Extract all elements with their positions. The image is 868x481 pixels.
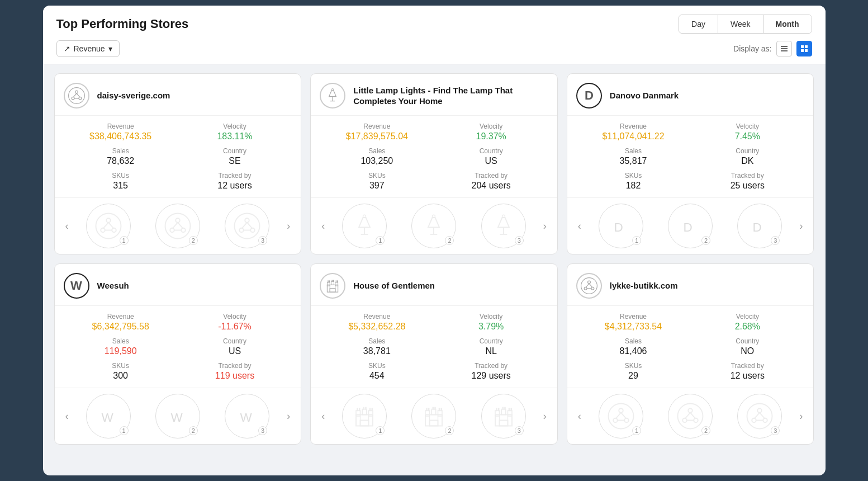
store-logo — [64, 83, 89, 109]
carousel-next-arrow[interactable]: › — [283, 220, 294, 232]
carousel-prev-arrow[interactable]: ‹ — [317, 411, 329, 422]
svg-point-111 — [584, 287, 587, 290]
carousel-prev-arrow[interactable]: ‹ — [574, 411, 585, 422]
svg-rect-0 — [781, 46, 788, 47]
carousel-prev-arrow[interactable]: ‹ — [61, 220, 73, 232]
svg-rect-102 — [508, 408, 510, 411]
carousel-item-3: W 3 — [225, 394, 269, 438]
svg-text:D: D — [614, 220, 623, 234]
revenue-stat: Revenue $11,074,041.22 — [576, 122, 690, 142]
svg-point-17 — [112, 228, 116, 233]
velocity-stat: Velocity 3.79% — [434, 313, 548, 332]
metric-dropdown[interactable]: ↗ Revenue ▾ — [56, 40, 120, 57]
store-logo — [576, 273, 602, 299]
carousel-next-arrow[interactable]: › — [795, 411, 807, 422]
skus-stat: SKUs 397 — [320, 172, 434, 191]
store-stats: Revenue $6,342,795.58 Velocity -11.67% S… — [55, 306, 301, 388]
display-as-group: Display as: — [733, 41, 812, 56]
carousel-next-arrow[interactable]: › — [795, 220, 807, 232]
store-logo: D — [576, 83, 602, 109]
svg-text:W: W — [240, 411, 253, 425]
skus-stat: SKUs 315 — [64, 172, 178, 191]
carousel-next-arrow[interactable]: › — [539, 220, 551, 232]
revenue-stat: Revenue $38,406,743.35 — [64, 122, 178, 142]
store-carousel: ‹ 1 — [567, 388, 814, 444]
revenue-value: $6,342,795.58 — [64, 322, 178, 332]
carousel-item-3: D 3 — [737, 204, 782, 248]
carousel-prev-arrow[interactable]: ‹ — [317, 220, 329, 232]
sales-stat: Sales 38,781 — [320, 337, 434, 356]
svg-line-120 — [616, 413, 621, 418]
skus-value: 397 — [320, 181, 434, 191]
day-button[interactable]: Day — [679, 15, 718, 33]
store-carousel: ‹ 1 — [55, 197, 301, 254]
carousel-num-1: 1 — [376, 426, 385, 435]
sales-stat: Sales 78,632 — [64, 147, 178, 166]
carousel-prev-arrow[interactable]: ‹ — [574, 220, 585, 232]
carousel-item-2: W 2 — [155, 394, 200, 438]
store-carousel: ‹ 1 — [311, 388, 557, 444]
svg-line-135 — [760, 413, 765, 418]
svg-rect-97 — [499, 421, 507, 426]
sales-value: 103,250 — [320, 156, 434, 166]
month-button[interactable]: Month — [763, 15, 812, 33]
svg-line-134 — [755, 413, 760, 418]
velocity-stat: Velocity 19.37% — [434, 122, 548, 142]
revenue-label: Revenue — [64, 122, 178, 130]
carousel-item-3: 3 — [737, 394, 782, 438]
carousel-item-3: 3 — [481, 204, 526, 248]
svg-line-18 — [103, 223, 108, 228]
skus-label: SKUs — [320, 172, 434, 180]
carousel-num-2: 2 — [189, 426, 198, 435]
carousel-logos: 1 2 — [76, 204, 280, 248]
carousel-prev-arrow[interactable]: ‹ — [61, 411, 73, 422]
tracked-label: Tracked by — [690, 362, 804, 370]
svg-rect-74 — [357, 408, 359, 411]
svg-line-127 — [685, 413, 690, 418]
tracked-stat: Tracked by 12 users — [690, 362, 804, 381]
store-header: W Weesuh — [55, 264, 301, 306]
svg-rect-58 — [330, 289, 335, 292]
country-value: SE — [178, 156, 292, 166]
revenue-stat: Revenue $5,332,652.28 — [320, 313, 434, 332]
tracked-label: Tracked by — [690, 172, 804, 180]
store-header: daisy-sverige.com — [55, 74, 301, 116]
store-name: House of Gentlemen — [353, 280, 435, 291]
grid-view-button[interactable] — [796, 41, 812, 56]
svg-line-114 — [589, 284, 592, 287]
carousel-num-1: 1 — [376, 236, 385, 245]
skus-stat: SKUs 29 — [576, 362, 690, 381]
velocity-stat: Velocity 2.68% — [690, 313, 804, 332]
tracked-label: Tracked by — [434, 362, 548, 370]
velocity-value: 19.37% — [434, 131, 548, 142]
carousel-num-2: 2 — [701, 236, 710, 245]
svg-line-12 — [77, 93, 80, 97]
svg-rect-87 — [426, 408, 428, 411]
svg-point-116 — [608, 404, 633, 429]
sales-value: 78,632 — [64, 156, 178, 166]
week-button[interactable]: Week — [718, 15, 763, 33]
svg-rect-101 — [498, 408, 500, 411]
store-stats: Revenue $4,312,733.54 Velocity 2.68% Sal… — [567, 306, 814, 388]
skus-stat: SKUs 182 — [576, 172, 690, 191]
svg-point-31 — [250, 228, 255, 233]
store-card: W Weesuh Revenue $6,342,795.58 Velocity … — [54, 263, 302, 445]
svg-rect-84 — [430, 421, 438, 426]
svg-text:W: W — [101, 411, 113, 425]
revenue-label: Revenue — [64, 313, 178, 320]
country-label: Country — [690, 147, 804, 155]
carousel-next-arrow[interactable]: › — [539, 411, 551, 422]
svg-rect-80 — [363, 409, 367, 415]
velocity-label: Velocity — [178, 313, 292, 320]
svg-point-28 — [235, 214, 260, 239]
svg-rect-61 — [328, 280, 329, 282]
list-view-button[interactable] — [776, 41, 792, 56]
svg-rect-68 — [332, 280, 333, 282]
svg-point-133 — [763, 418, 768, 423]
store-stats: Revenue $5,332,652.28 Velocity 3.79% Sal… — [311, 306, 557, 388]
svg-point-22 — [176, 218, 180, 223]
svg-point-15 — [106, 218, 111, 223]
carousel-next-arrow[interactable]: › — [283, 411, 294, 422]
svg-rect-108 — [504, 407, 506, 410]
svg-point-112 — [591, 287, 594, 290]
